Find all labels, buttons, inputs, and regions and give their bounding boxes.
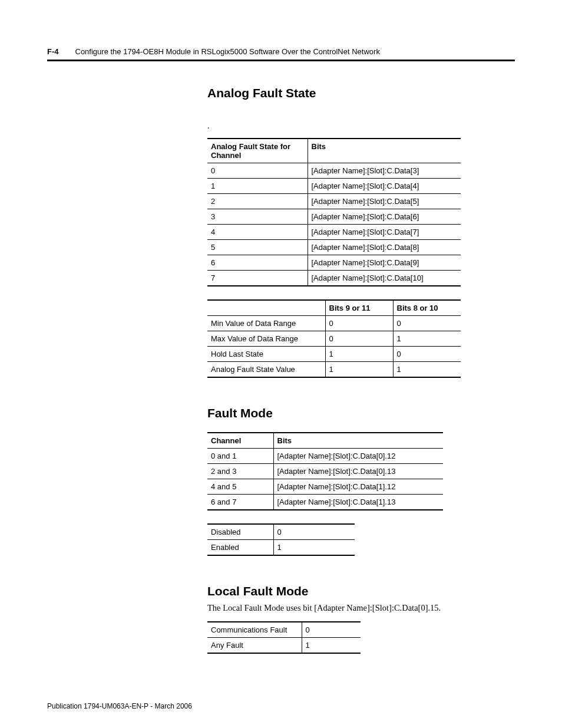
table-row: Max Value of Data Range01 xyxy=(207,331,461,347)
section-local-fault-mode: Local Fault Mode The Local Fault Mode us… xyxy=(207,584,515,654)
table-row: 5[Adapter Name]:[Slot]:C.Data[8] xyxy=(207,240,461,255)
col-channel: Analog Fault State for Channel xyxy=(207,139,308,163)
cell-val: 0 xyxy=(273,524,355,540)
cell-channel: 3 xyxy=(207,209,308,225)
page: F-4 Configure the 1794-OE8H Module in RS… xyxy=(0,0,562,728)
cell-val: 1 xyxy=(393,362,461,378)
cell-val: 0 xyxy=(393,347,461,362)
table-row: Any Fault1 xyxy=(207,638,361,654)
table-row: 6[Adapter Name]:[Slot]:C.Data[9] xyxy=(207,255,461,271)
heading-analog-fault-state: Analog Fault State xyxy=(207,86,515,100)
table-row: 4[Adapter Name]:[Slot]:C.Data[7] xyxy=(207,225,461,240)
body-local-fault-mode: The Local Fault Mode uses bit [Adapter N… xyxy=(207,603,515,613)
col-bits-8-10: Bits 8 or 10 xyxy=(393,300,461,316)
cell-bits: [Adapter Name]:[Slot]:C.Data[10] xyxy=(308,271,461,286)
table-row: Communications Fault0 xyxy=(207,622,361,638)
cell-val: 0 xyxy=(325,316,393,331)
cell-label: Min Value of Data Range xyxy=(207,316,325,331)
cell-bits: [Adapter Name]:[Slot]:C.Data[0].12 xyxy=(273,449,443,464)
cell-channel: 6 xyxy=(207,255,308,271)
cell-channel: 4 and 5 xyxy=(207,479,273,495)
cell-bits: [Adapter Name]:[Slot]:C.Data[1].12 xyxy=(273,479,443,495)
cell-val: 0 xyxy=(325,331,393,347)
cell-bits: [Adapter Name]:[Slot]:C.Data[6] xyxy=(308,209,461,225)
table-header-row: Analog Fault State for Channel Bits xyxy=(207,139,461,163)
table-row: 1[Adapter Name]:[Slot]:C.Data[4] xyxy=(207,179,461,194)
cell-label: Disabled xyxy=(207,524,273,540)
cell-label: Hold Last State xyxy=(207,347,325,362)
cell-val: 0 xyxy=(302,622,361,638)
header-title: Configure the 1794-OE8H Module in RSLogi… xyxy=(75,47,380,56)
table-fm-channels: Channel Bits 0 and 1[Adapter Name]:[Slot… xyxy=(207,432,443,510)
cell-bits: [Adapter Name]:[Slot]:C.Data[3] xyxy=(308,163,461,179)
table-row: Enabled1 xyxy=(207,540,355,556)
col-bits: Bits xyxy=(308,139,461,163)
table-lfm: Communications Fault0 Any Fault1 xyxy=(207,621,361,654)
page-number: F-4 xyxy=(47,47,59,56)
cell-bits: [Adapter Name]:[Slot]:C.Data[8] xyxy=(308,240,461,255)
table-afs-values: Bits 9 or 11 Bits 8 or 10 Min Value of D… xyxy=(207,299,461,378)
heading-fault-mode: Fault Mode xyxy=(207,406,515,420)
cell-val: 1 xyxy=(393,331,461,347)
content-column: Analog Fault State . Analog Fault State … xyxy=(207,61,515,654)
table-afs-channels: Analog Fault State for Channel Bits 0[Ad… xyxy=(207,138,461,286)
cell-val: 1 xyxy=(273,540,355,556)
cell-val: 0 xyxy=(393,316,461,331)
cell-channel: 1 xyxy=(207,179,308,194)
cell-bits: [Adapter Name]:[Slot]:C.Data[4] xyxy=(308,179,461,194)
table-row: 2[Adapter Name]:[Slot]:C.Data[5] xyxy=(207,194,461,209)
cell-channel: 4 xyxy=(207,225,308,240)
cell-label: Communications Fault xyxy=(207,622,302,638)
cell-channel: 0 and 1 xyxy=(207,449,273,464)
table-header-row: Channel Bits xyxy=(207,433,443,449)
table-row: 4 and 5[Adapter Name]:[Slot]:C.Data[1].1… xyxy=(207,479,443,495)
table-header-row: Bits 9 or 11 Bits 8 or 10 xyxy=(207,300,461,316)
cell-channel: 6 and 7 xyxy=(207,495,273,510)
table-row: Analog Fault State Value11 xyxy=(207,362,461,378)
cell-val: 1 xyxy=(325,347,393,362)
cell-bits: [Adapter Name]:[Slot]:C.Data[7] xyxy=(308,225,461,240)
col-channel: Channel xyxy=(207,433,273,449)
table-row: Hold Last State10 xyxy=(207,347,461,362)
col-bits-9-11: Bits 9 or 11 xyxy=(325,300,393,316)
footer-publication: Publication 1794-UM063A-EN-P - March 200… xyxy=(47,702,192,710)
table-row: 3[Adapter Name]:[Slot]:C.Data[6] xyxy=(207,209,461,225)
table-row: 0[Adapter Name]:[Slot]:C.Data[3] xyxy=(207,163,461,179)
leading-dot: . xyxy=(207,121,515,131)
table-fm-enabled: Disabled0 Enabled1 xyxy=(207,523,355,556)
cell-val: 1 xyxy=(302,638,361,654)
cell-channel: 7 xyxy=(207,271,308,286)
cell-val: 1 xyxy=(325,362,393,378)
cell-channel: 2 and 3 xyxy=(207,464,273,479)
cell-bits: [Adapter Name]:[Slot]:C.Data[0].13 xyxy=(273,464,443,479)
cell-bits: [Adapter Name]:[Slot]:C.Data[9] xyxy=(308,255,461,271)
cell-channel: 2 xyxy=(207,194,308,209)
cell-bits: [Adapter Name]:[Slot]:C.Data[5] xyxy=(308,194,461,209)
section-fault-mode: Fault Mode Channel Bits 0 and 1[Adapter … xyxy=(207,406,515,556)
cell-label: Analog Fault State Value xyxy=(207,362,325,378)
cell-label: Any Fault xyxy=(207,638,302,654)
cell-channel: 0 xyxy=(207,163,308,179)
table-row: 7[Adapter Name]:[Slot]:C.Data[10] xyxy=(207,271,461,286)
col-bits: Bits xyxy=(273,433,443,449)
table-row: 6 and 7[Adapter Name]:[Slot]:C.Data[1].1… xyxy=(207,495,443,510)
cell-bits: [Adapter Name]:[Slot]:C.Data[1].13 xyxy=(273,495,443,510)
table-row: 0 and 1[Adapter Name]:[Slot]:C.Data[0].1… xyxy=(207,449,443,464)
cell-label: Enabled xyxy=(207,540,273,556)
table-row: Disabled0 xyxy=(207,524,355,540)
table-row: Min Value of Data Range00 xyxy=(207,316,461,331)
running-header: F-4 Configure the 1794-OE8H Module in RS… xyxy=(47,47,515,60)
cell-channel: 5 xyxy=(207,240,308,255)
table-row: 2 and 3[Adapter Name]:[Slot]:C.Data[0].1… xyxy=(207,464,443,479)
heading-local-fault-mode: Local Fault Mode xyxy=(207,584,515,598)
col-blank xyxy=(207,300,325,316)
cell-label: Max Value of Data Range xyxy=(207,331,325,347)
